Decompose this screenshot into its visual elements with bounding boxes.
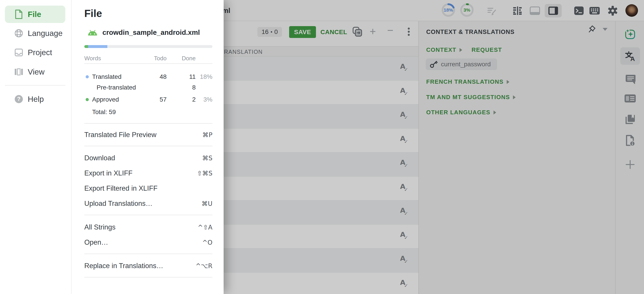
menu-item-shortcut: ⌘S <box>202 154 212 162</box>
progress-translated-segment <box>88 45 107 48</box>
menu-item-translated-file-preview[interactable]: Translated File Preview ⌘P <box>84 130 212 140</box>
context-arrow-icon <box>460 48 462 52</box>
approved-progress-ring[interactable]: 3% <box>460 3 474 17</box>
menu-item-shortcut: ^⌥R <box>196 262 212 270</box>
menu-item-label: Export in XLIFF <box>84 169 132 177</box>
menu-divider <box>84 146 212 146</box>
section-french-translations[interactable]: FRENCH TRANSLATIONS <box>426 78 510 85</box>
menu-item-open[interactable]: Open… ^O <box>84 238 212 247</box>
tab-context[interactable]: CONTEXT <box>426 46 456 53</box>
svg-text:?: ? <box>17 96 20 102</box>
comment-icon[interactable] <box>616 73 644 85</box>
add-panel-icon[interactable] <box>616 159 644 170</box>
bottom-panel-view-icon[interactable] <box>530 6 540 15</box>
glossary-icon[interactable] <box>616 114 644 125</box>
split-rows-view-icon[interactable] <box>512 5 522 16</box>
spellcheck-icon[interactable]: A✓ <box>400 62 410 73</box>
sidebar-item-help[interactable]: ? Help <box>5 90 65 108</box>
globe-icon <box>14 28 23 38</box>
stats-col-words: Words <box>84 55 101 62</box>
menu-item-label: Open… <box>84 238 108 246</box>
sidebar-item-project[interactable]: Project <box>5 44 65 61</box>
sidebar-divider <box>5 85 65 86</box>
save-button[interactable]: SAVE <box>289 26 316 38</box>
menu-item-replace-in-translations[interactable]: Replace in Translations… ^⌥R <box>84 261 212 271</box>
help-icon: ? <box>14 94 23 104</box>
menu-item-export-xliff[interactable]: Export in XLIFF ⇧⌘S <box>84 168 212 178</box>
stat-todo: 48 <box>144 73 166 80</box>
string-key-chip[interactable]: current_password <box>426 58 497 70</box>
section-label: TM AND MT SUGGESTIONS <box>426 94 510 101</box>
draft-icon[interactable] <box>486 5 497 16</box>
file-menu-panel: File crowdin_sample_android.xml Words To… <box>72 0 224 294</box>
crowdin-editor-window: crowdin_sample_android.xml 18% 3% <box>0 0 644 294</box>
spellcheck-icon[interactable]: A✓ <box>400 158 410 169</box>
menu-item-download[interactable]: Download ⌘S <box>84 153 212 163</box>
user-avatar[interactable] <box>626 4 638 17</box>
string-key-value: current_password <box>441 61 491 68</box>
key-icon <box>429 60 438 69</box>
menu-item-label: Export Filtered in XLIFF <box>84 184 158 192</box>
file-icon <box>14 9 23 19</box>
menu-divider <box>84 215 212 215</box>
translated-percent-label: 18% <box>441 3 456 17</box>
file-info-icon[interactable] <box>616 135 644 147</box>
file-menu-title: File <box>84 7 102 19</box>
file-progress-bar <box>84 45 212 48</box>
section-tm-mt-suggestions[interactable]: TM AND MT SUGGESTIONS <box>426 94 516 101</box>
stat-done: 8 <box>173 84 196 91</box>
menu-item-upload-translations[interactable]: Upload Translations… ⌘U <box>84 199 212 208</box>
approved-dot <box>86 98 89 101</box>
chevron-down-icon[interactable] <box>603 28 609 33</box>
context-panel-title: CONTEXT & TRANSLATIONS <box>426 28 514 35</box>
plus-icon[interactable]: + <box>370 25 376 37</box>
menu-divider <box>84 123 212 124</box>
project-icon <box>14 48 23 57</box>
spellcheck-icon[interactable]: A✓ <box>400 86 410 98</box>
gear-icon[interactable] <box>607 5 618 16</box>
spellcheck-icon[interactable]: A✓ <box>400 278 410 290</box>
kebab-menu-icon[interactable] <box>407 27 410 38</box>
stats-col-done: Done <box>173 55 196 62</box>
keyboard-icon[interactable] <box>589 6 600 15</box>
stat-done: 11 <box>173 73 196 80</box>
menu-item-label: Upload Translations… <box>84 200 152 208</box>
right-panel-view-icon[interactable] <box>548 6 558 15</box>
file-name: crowdin_sample_android.xml <box>102 28 200 37</box>
article-icon[interactable] <box>616 94 644 103</box>
menu-item-label: Replace in Translations… <box>84 262 163 270</box>
sidebar-item-label: Language <box>28 29 62 38</box>
tab-request[interactable]: REQUEST <box>472 46 502 53</box>
sidebar-item-file[interactable]: File <box>5 5 65 23</box>
translate-icon[interactable]: A <box>616 50 644 62</box>
section-other-languages[interactable]: OTHER LANGUAGES <box>426 109 496 116</box>
terminal-icon[interactable] <box>574 5 584 16</box>
columns-view-icon <box>14 67 23 77</box>
svg-text:A: A <box>630 55 635 62</box>
menu-item-all-strings[interactable]: All Strings ^⇧A <box>84 223 212 232</box>
ai-suggestions-icon[interactable] <box>616 28 644 40</box>
counter-right: 0 <box>274 28 278 35</box>
spellcheck-icon[interactable]: A✓ <box>400 230 410 242</box>
cancel-button[interactable]: CANCEL <box>320 26 347 38</box>
duplicate-icon[interactable] <box>352 26 362 38</box>
spellcheck-icon[interactable]: A✓ <box>400 110 410 122</box>
translated-progress-ring[interactable]: 18% <box>441 3 456 17</box>
spellcheck-icon[interactable]: A✓ <box>400 134 410 146</box>
minus-icon[interactable]: − <box>387 24 393 36</box>
menu-item-label: Translated File Preview <box>84 131 156 139</box>
main-sidebar: File Language Project <box>0 0 72 294</box>
spellcheck-icon[interactable]: A✓ <box>400 254 410 266</box>
sidebar-item-label: File <box>28 10 41 19</box>
sidebar-item-view[interactable]: View <box>5 63 65 81</box>
sidebar-item-language[interactable]: Language <box>5 24 65 42</box>
unpin-icon[interactable] <box>586 25 597 35</box>
stat-label: Pre-translated <box>96 84 136 91</box>
stat-done: 2 <box>173 96 196 103</box>
column-header-label: TRANSLATION <box>220 49 263 55</box>
stat-label: Approved <box>92 96 119 103</box>
android-icon <box>87 29 98 36</box>
spellcheck-icon[interactable]: A✓ <box>400 206 410 217</box>
spellcheck-icon[interactable]: A✓ <box>400 182 410 193</box>
menu-item-export-filtered-xliff[interactable]: Export Filtered in XLIFF <box>84 184 212 193</box>
